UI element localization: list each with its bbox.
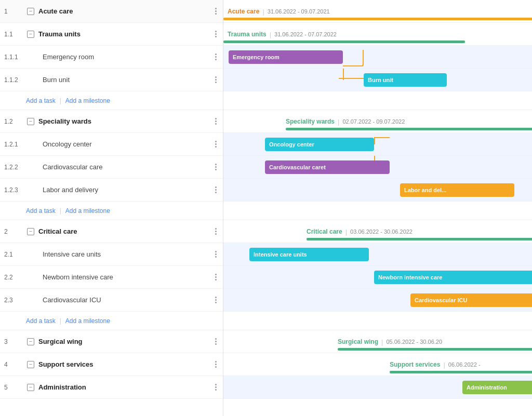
gantt-row-burn-unit: Burn unit [223,69,532,91]
gantt-bar-label-oncology-center: Oncology center [269,141,314,147]
gantt-bar-emergency-room[interactable]: Emergency room [229,50,343,64]
label-burn-unit: Burn unit [38,76,213,84]
row-num-2-2: 2.2 [4,274,25,281]
add-task-link-2[interactable]: Add a task [26,207,56,214]
gantt-action-row-2 [223,202,532,220]
label-critical-care: Critical care [38,227,213,235]
gantt-bar-label-cardiovascular-icu: Cardiovascular ICU [415,297,467,303]
dots-menu-1-2-1[interactable] [213,139,219,150]
dots-menu-4[interactable] [213,359,219,370]
label-speciality-wards: Speciality wards [38,117,213,125]
row-cardiovascular-icu: 2.3 Cardiovascular ICU [0,289,223,312]
dots-menu-2-1[interactable] [213,249,219,260]
row-administration: 5 Administration [0,376,223,399]
gantt-label-surgical-wing: Surgical wing [338,338,378,345]
add-milestone-link-2[interactable]: Add a milestone [65,207,110,214]
action-row-3: Add a task | Add a milestone [0,312,223,330]
label-newborn-intensive: Newborn intensive care [38,273,213,281]
dots-menu-1-1[interactable] [213,29,219,39]
label-surgical-wing: Surgical wing [38,338,213,345]
gantt-bar-burn-unit[interactable]: Burn unit [364,73,447,87]
gantt-row-cardiovascular-care: Cardiovascular caret [223,156,532,179]
gantt-label-trauma-units: Trauma units [228,31,267,38]
row-acute-care: 1 Acute care [0,0,223,23]
dots-menu-1-2-3[interactable] [213,184,219,195]
dots-menu-5[interactable] [213,382,219,393]
label-cardiovascular-care: Cardiovascular care [38,163,213,171]
gantt-row-acute-care: Acute care | 31.06.2022 - 09.07.2021 [223,0,532,23]
gantt-bar-label-burn-unit: Burn unit [368,77,393,83]
row-num-3: 3 [4,338,25,345]
gantt-date-surgical-wing: 05.06.2022 - 30.06.20 [386,339,442,345]
gantt-row-administration: Administration [223,376,532,399]
gantt-bar-labor-delivery[interactable]: Labor and del... [400,183,514,197]
minus-icon-5[interactable] [25,384,36,391]
row-num-1-2-3: 1.2.3 [4,186,25,194]
gantt-panel: Acute care | 31.06.2022 - 09.07.2021 Tra… [223,0,532,416]
row-num-1-2-1: 1.2.1 [4,141,25,148]
add-milestone-link-3[interactable]: Add a milestone [65,317,110,325]
gantt-bar-label-administration: Administration [467,384,507,391]
dots-menu-2-3[interactable] [213,294,219,305]
add-task-link-3[interactable]: Add a task [26,317,56,325]
row-labor-delivery: 1.2.3 Labor and delivery [0,179,223,202]
connector-arrow-h [339,78,365,79]
gantt-bar-intensive-care[interactable]: Intensive care units [249,248,369,261]
row-newborn-intensive: 2.2 Newborn intensive care [0,266,223,289]
row-num-1-1-2: 1.1.2 [4,76,25,84]
gantt-bar-oncology-center[interactable]: Oncology center [265,138,374,151]
label-administration: Administration [38,383,213,391]
gantt-row-critical-care: Critical care | 03.06.2022 - 30.06.2022 [223,220,532,243]
row-burn-unit: 1.1.2 Burn unit [0,69,223,91]
minus-icon-1-1[interactable] [25,31,36,38]
gantt-bar-critical-care-underline [307,238,532,240]
gantt-row-support-services: Support services | 06.06.2022 - [223,353,532,376]
gantt-bar-label-newborn-intensive: Newborn intensive care [378,274,443,280]
add-task-link-1[interactable]: Add a task [26,97,56,104]
gantt-row-surgical-wing: Surgical wing | 05.06.2022 - 30.06.20 [223,330,532,353]
gantt-bar-administration[interactable]: Administration [462,381,532,394]
gantt-bar-cardiovascular-care[interactable]: Cardiovascular caret [265,160,390,174]
dots-menu-3[interactable] [213,336,219,347]
gantt-bar-cardiovascular-icu[interactable]: Cardiovascular ICU [410,293,532,307]
row-critical-care: 2 Critical care [0,220,223,243]
row-oncology-center: 1.2.1 Oncology center [0,133,223,156]
left-panel: 1 Acute care 1.1 Trauma units 1.1.1 Emer… [0,0,223,416]
gantt-row-oncology-center: Oncology center [223,133,532,156]
minus-icon-4[interactable] [25,361,36,368]
row-num-4: 4 [4,361,25,368]
gantt-bar-acute-care-underline [223,18,532,20]
dots-menu-1-2[interactable] [213,116,219,127]
gantt-date-support-services: 06.06.2022 - [448,361,481,368]
row-num-5: 5 [4,384,25,391]
gantt-bar-label-intensive-care: Intensive care units [254,251,307,258]
minus-icon-1[interactable] [25,8,36,15]
label-labor-delivery: Labor and delivery [38,186,213,194]
row-emergency-room: 1.1.1 Emergency room [0,46,223,69]
gantt-bar-label-cardiovascular-care: Cardiovascular caret [269,164,326,170]
row-trauma-units: 1.1 Trauma units [0,23,223,46]
row-num-2-1: 2.1 [4,251,25,258]
dots-menu-1[interactable] [213,6,219,17]
row-num-1-1: 1.1 [4,31,25,38]
minus-icon-2[interactable] [25,228,36,235]
row-num-1-2: 1.2 [4,118,25,125]
dots-menu-1-2-2[interactable] [213,162,219,172]
minus-icon-1-2[interactable] [25,118,36,125]
minus-icon-3[interactable] [25,338,36,345]
gantt-label-critical-care: Critical care [307,228,342,235]
dots-menu-1-1-2[interactable] [213,74,219,85]
gantt-bar-newborn-intensive[interactable]: Newborn intensive care [374,271,532,284]
add-milestone-link-1[interactable]: Add a milestone [65,97,110,104]
dots-menu-1-1-1[interactable] [213,51,219,62]
gantt-bar-label-labor-delivery: Labor and del... [404,187,446,193]
row-num-2: 2 [4,228,25,235]
separator-2: | [60,207,61,214]
gantt-row-emergency-room: Emergency room [223,46,532,69]
dots-menu-2[interactable] [213,226,219,237]
gantt-row-newborn-intensive: Newborn intensive care [223,266,532,289]
gantt-label-acute-care: Acute care [228,8,259,15]
gantt-bar-surgical-wing-underline [338,348,532,351]
dots-menu-2-2[interactable] [213,272,219,283]
label-oncology-center: Oncology center [38,140,213,148]
